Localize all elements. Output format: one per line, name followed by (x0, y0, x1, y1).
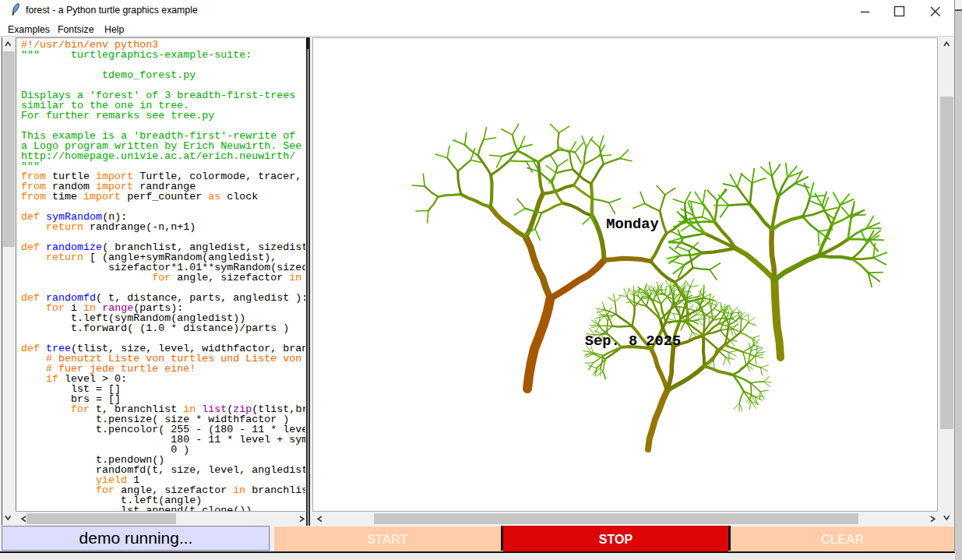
svg-text:Monday: Monday (606, 216, 658, 233)
svg-text:Sep. 8 2025: Sep. 8 2025 (585, 333, 681, 350)
